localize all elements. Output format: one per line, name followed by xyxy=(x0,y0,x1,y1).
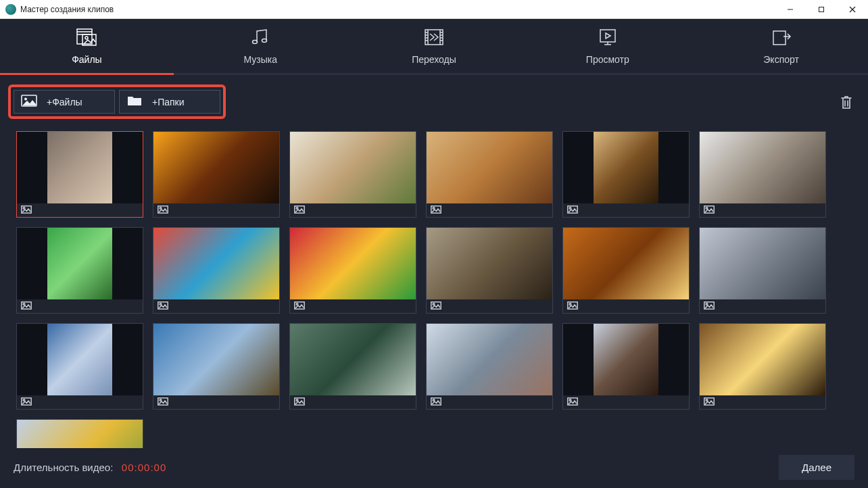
wizard-steps: ФайлыМузыкаПереходыПросмотрЭкспорт xyxy=(0,19,868,73)
media-tile[interactable] xyxy=(426,323,553,410)
tile-footer xyxy=(17,299,143,313)
thumbnail xyxy=(563,132,689,203)
thumbnail xyxy=(17,420,143,448)
tile-footer xyxy=(700,203,825,217)
nav-step-label: Переходы xyxy=(412,54,456,65)
image-type-icon xyxy=(431,396,441,408)
nav-step-label: Просмотр xyxy=(586,54,629,65)
footer: Длительность видео: 00:00:00 Далее xyxy=(0,448,868,488)
image-type-icon xyxy=(294,300,305,312)
svg-point-5 xyxy=(24,98,27,101)
tile-footer xyxy=(427,299,552,313)
media-tile[interactable] xyxy=(289,131,416,218)
image-type-icon xyxy=(158,204,168,216)
close-button[interactable] xyxy=(837,0,868,19)
tile-footer xyxy=(563,395,689,409)
media-tile[interactable] xyxy=(153,131,280,218)
nav-step-play[interactable]: Просмотр xyxy=(521,19,694,73)
files-icon xyxy=(75,27,98,50)
nav-step-fx[interactable]: Переходы xyxy=(347,19,521,73)
image-type-icon xyxy=(158,396,168,408)
add-folders-label: +Папки xyxy=(152,97,185,107)
image-type-icon xyxy=(704,396,715,408)
nav-step-label: Файлы xyxy=(72,54,101,65)
image-type-icon xyxy=(704,300,715,312)
media-tile[interactable] xyxy=(562,323,690,410)
thumbnail xyxy=(427,228,552,299)
tile-footer xyxy=(563,203,689,217)
thumbnail xyxy=(153,324,279,395)
window-titlebar: Мастер создания клипов xyxy=(0,0,868,19)
thumbnail xyxy=(290,324,416,395)
add-folders-button[interactable]: +Папки xyxy=(119,90,220,114)
svg-point-9 xyxy=(160,208,162,210)
media-tile[interactable] xyxy=(153,227,280,314)
tile-footer xyxy=(563,299,689,313)
next-button[interactable]: Далее xyxy=(779,455,854,480)
image-type-icon xyxy=(21,300,32,312)
media-tile[interactable] xyxy=(289,323,416,410)
nav-step-export[interactable]: Экспорт xyxy=(694,19,868,73)
gallery-scroll[interactable] xyxy=(0,124,868,448)
image-type-icon xyxy=(567,204,578,216)
add-files-label: +Файлы xyxy=(47,97,82,107)
image-type-icon xyxy=(431,204,441,216)
svg-point-37 xyxy=(433,399,435,401)
media-tile[interactable] xyxy=(16,419,143,448)
tile-footer xyxy=(17,203,143,217)
svg-point-29 xyxy=(706,303,708,306)
tile-footer xyxy=(290,395,416,409)
nav-step-label: Экспорт xyxy=(763,54,799,65)
thumbnail xyxy=(427,132,552,203)
thumbnail xyxy=(563,228,689,299)
svg-point-41 xyxy=(706,399,708,401)
svg-point-7 xyxy=(23,208,25,210)
nav-step-label: Музыка xyxy=(243,54,277,65)
add-buttons-highlight: +Файлы +Папки xyxy=(8,84,226,119)
nav-step-music[interactable]: Музыка xyxy=(174,19,347,73)
add-files-button[interactable]: +Файлы xyxy=(14,90,115,114)
media-tile[interactable] xyxy=(16,323,143,410)
thumbnail xyxy=(700,132,825,203)
svg-point-35 xyxy=(296,399,298,401)
media-tile[interactable] xyxy=(699,227,826,314)
media-tile[interactable] xyxy=(562,131,690,218)
thumbnail xyxy=(17,324,143,395)
image-type-icon xyxy=(567,300,578,312)
svg-point-11 xyxy=(296,208,298,210)
export-icon xyxy=(770,27,793,50)
media-tile[interactable] xyxy=(426,131,553,218)
nav-step-files[interactable]: Файлы xyxy=(0,19,174,73)
thumbnail xyxy=(17,228,143,299)
media-tile[interactable] xyxy=(699,323,826,410)
image-type-icon xyxy=(431,300,441,312)
folder-icon xyxy=(126,95,143,109)
media-tile[interactable] xyxy=(562,227,690,314)
thumbnail xyxy=(153,228,279,299)
fx-icon xyxy=(423,27,445,50)
tile-footer xyxy=(153,395,279,409)
duration-label: Длительность видео: xyxy=(14,462,113,473)
svg-point-33 xyxy=(160,399,162,401)
image-icon xyxy=(21,95,37,109)
tile-footer xyxy=(700,299,825,313)
tile-footer xyxy=(700,395,825,409)
tile-footer xyxy=(153,299,279,313)
media-tile[interactable] xyxy=(16,131,143,218)
media-tile[interactable] xyxy=(699,131,826,218)
tile-footer xyxy=(290,203,416,217)
media-tile[interactable] xyxy=(153,323,280,410)
thumbnail xyxy=(290,132,416,203)
image-type-icon xyxy=(158,300,168,312)
media-tile[interactable] xyxy=(426,227,553,314)
thumbnail xyxy=(563,324,689,395)
tile-footer xyxy=(290,299,416,313)
minimize-button[interactable] xyxy=(775,0,806,19)
delete-button[interactable] xyxy=(837,93,856,112)
media-tile[interactable] xyxy=(289,227,416,314)
svg-rect-1 xyxy=(819,7,824,11)
tile-footer xyxy=(427,395,552,409)
maximize-button[interactable] xyxy=(806,0,837,19)
thumbnail xyxy=(427,324,552,395)
media-tile[interactable] xyxy=(16,227,143,314)
